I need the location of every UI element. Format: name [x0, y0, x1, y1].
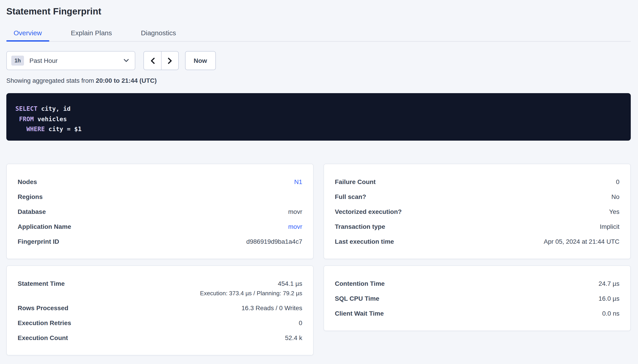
row-value: 0: [616, 178, 619, 185]
row-transaction-type: Transaction type Implicit: [335, 219, 619, 234]
row-client-wait-time: Client Wait Time 0.0 ns: [335, 306, 619, 320]
row-label: Application Name: [18, 223, 71, 230]
row-value: 16.3 Reads / 0 Writes: [241, 304, 302, 311]
tab-bar: Overview Explain Plans Diagnostics: [6, 24, 631, 42]
application-name-link[interactable]: movr: [288, 223, 302, 230]
summary-cards-grid: Nodes N1 Regions Database movr Applicati…: [6, 164, 631, 356]
execution-attributes-card: Failure Count 0 Full scan? No Vectorized…: [324, 164, 631, 259]
row-value: 454.1 µs: [278, 280, 302, 287]
row-label: Execution Retries: [18, 319, 71, 326]
sql-statement-box: SELECT city, id FROM vehicles WHERE city…: [6, 93, 631, 141]
statement-fingerprint-page: Statement Fingerprint Overview Explain P…: [0, 0, 638, 364]
row-value: movr: [288, 208, 302, 215]
aggregation-note: Showing aggregated stats from 20:00 to 2…: [6, 77, 631, 84]
row-label: Client Wait Time: [335, 310, 384, 317]
sql-text: city = $1: [45, 125, 82, 132]
row-statement-time: Statement Time 454.1 µs Execution: 373.4…: [18, 276, 302, 300]
tab-overview-label: Overview: [14, 29, 42, 37]
row-label: Transaction type: [335, 223, 385, 230]
sql-keyword: WHERE: [27, 125, 45, 132]
statement-time-values: 454.1 µs Execution: 373.4 µs / Planning:…: [200, 280, 302, 296]
row-value: d986919d9ba1a4c7: [246, 238, 302, 245]
row-vectorized-execution: Vectorized execution? Yes: [335, 204, 619, 219]
sql-line: SELECT city, id: [16, 104, 622, 114]
row-application-name: Application Name movr: [18, 219, 302, 234]
time-range-label: Past Hour: [30, 57, 124, 64]
row-label: Failure Count: [335, 178, 376, 185]
row-label: Regions: [18, 193, 43, 200]
row-value: 0.0 ns: [602, 310, 619, 317]
row-value: Yes: [609, 208, 619, 215]
row-value: 24.7 µs: [599, 280, 619, 287]
row-label: Vectorized execution?: [335, 208, 402, 215]
sql-text: vehicles: [34, 115, 67, 122]
tab-diagnostics[interactable]: Diagnostics: [134, 24, 183, 41]
tab-explain-plans[interactable]: Explain Plans: [64, 24, 119, 41]
tab-overview[interactable]: Overview: [6, 24, 49, 41]
row-sql-cpu-time: SQL CPU Time 16.0 µs: [335, 291, 619, 306]
row-value: Implicit: [600, 223, 619, 230]
sql-line: WHERE city = $1: [16, 124, 622, 134]
chevron-left-icon: [150, 57, 155, 64]
statement-details-card: Nodes N1 Regions Database movr Applicati…: [6, 164, 314, 259]
row-label: Last execution time: [335, 238, 394, 245]
statement-stats-card: Statement Time 454.1 µs Execution: 373.4…: [6, 266, 314, 356]
sql-indent: [16, 115, 19, 122]
row-contention-time: Contention Time 24.7 µs: [335, 276, 619, 291]
aggregation-note-prefix: Showing aggregated stats from: [6, 77, 94, 84]
row-last-execution-time: Last execution time Apr 05, 2024 at 21:4…: [335, 234, 619, 249]
row-label: Rows Processed: [18, 304, 68, 311]
row-value: No: [611, 193, 619, 200]
row-label: Full scan?: [335, 193, 366, 200]
sql-text: city, id: [38, 105, 71, 112]
sql-keyword: SELECT: [16, 105, 38, 112]
page-title: Statement Fingerprint: [6, 0, 631, 17]
interval-badge: 1h: [11, 56, 24, 66]
row-failure-count: Failure Count 0: [335, 174, 619, 189]
tab-diagnostics-label: Diagnostics: [141, 29, 176, 37]
row-regions: Regions: [18, 189, 302, 204]
row-value: 16.0 µs: [599, 294, 619, 302]
time-stats-card: Contention Time 24.7 µs SQL CPU Time 16.…: [324, 266, 631, 331]
next-time-window-button[interactable]: [161, 52, 178, 70]
now-button[interactable]: Now: [185, 51, 216, 70]
row-execution-count: Execution Count 52.4 k: [18, 330, 302, 345]
row-subvalue: Execution: 373.4 µs / Planning: 79.2 µs: [200, 290, 302, 296]
row-label: Nodes: [18, 178, 37, 185]
row-value: 0: [299, 319, 302, 326]
row-execution-retries: Execution Retries 0: [18, 315, 302, 330]
row-value: Apr 05, 2024 at 21:44 UTC: [544, 238, 619, 245]
row-full-scan: Full scan? No: [335, 189, 619, 204]
nodes-link[interactable]: N1: [294, 178, 302, 185]
sql-keyword: FROM: [19, 115, 34, 122]
row-rows-processed: Rows Processed 16.3 Reads / 0 Writes: [18, 300, 302, 315]
row-label: Fingerprint ID: [18, 238, 59, 245]
row-label: Database: [18, 208, 46, 215]
aggregation-note-range: 20:00 to 21:44 (UTC): [96, 77, 157, 84]
row-label: Contention Time: [335, 280, 385, 287]
row-value: 52.4 k: [285, 334, 302, 341]
previous-time-window-button[interactable]: [144, 52, 161, 70]
row-label: Execution Count: [18, 334, 68, 341]
time-window-pager: [144, 51, 179, 70]
time-controls: 1h Past Hour Now: [6, 51, 631, 70]
time-range-dropdown[interactable]: 1h Past Hour: [6, 51, 135, 70]
row-label: Statement Time: [18, 280, 65, 287]
row-fingerprint-id: Fingerprint ID d986919d9ba1a4c7: [18, 234, 302, 249]
sql-indent: [16, 125, 27, 132]
row-nodes: Nodes N1: [18, 174, 302, 189]
chevron-down-icon: [124, 59, 129, 62]
row-database: Database movr: [18, 204, 302, 219]
row-label: SQL CPU Time: [335, 294, 379, 302]
chevron-right-icon: [167, 57, 172, 64]
tab-explain-plans-label: Explain Plans: [71, 29, 112, 37]
sql-line: FROM vehicles: [16, 114, 622, 124]
